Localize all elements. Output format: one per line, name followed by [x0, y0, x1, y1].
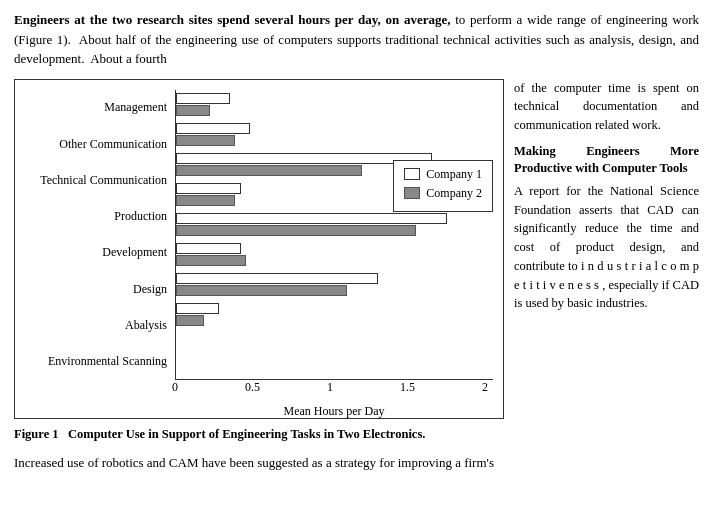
bar-company1-5 — [176, 243, 241, 254]
legend-item-company1: Company 1 — [404, 167, 482, 182]
bar-company2-0 — [176, 105, 210, 116]
x-tick-3: 1.5 — [400, 380, 415, 395]
legend-label-company2: Company 2 — [426, 186, 482, 201]
intro-bold: Engineers at the two research sites spen… — [14, 12, 450, 27]
bar-company1-3 — [176, 183, 241, 194]
bar-group-7 — [176, 301, 219, 329]
bar-company2-3 — [176, 195, 235, 206]
bar-company1-0 — [176, 93, 230, 104]
bar-row-5 — [176, 240, 493, 270]
bar-company2-1 — [176, 135, 235, 146]
legend-label-company1: Company 1 — [426, 167, 482, 182]
y-label-2: Technical Communication — [25, 165, 167, 195]
chart-container: ManagementOther CommunicationTechnical C… — [14, 79, 504, 419]
y-label-5: Design — [25, 274, 167, 304]
figure-label: Figure 1 — [14, 427, 59, 441]
left-column: ManagementOther CommunicationTechnical C… — [14, 79, 504, 444]
y-label-7: Environmental Scanning — [25, 346, 167, 376]
section-heading: Making Engineers More Productive with Co… — [514, 143, 699, 178]
bar-group-5 — [176, 241, 246, 269]
figure-caption: Figure 1 Computer Use in Support of Engi… — [14, 425, 504, 444]
legend-item-company2: Company 2 — [404, 186, 482, 201]
chart-legend: Company 1 Company 2 — [393, 160, 493, 212]
y-label-1: Other Communication — [25, 129, 167, 159]
bar-row-7 — [176, 300, 493, 330]
right-body-text: A report for the National Science Founda… — [514, 182, 699, 313]
x-tick-2: 1 — [327, 380, 333, 395]
main-content: ManagementOther CommunicationTechnical C… — [14, 79, 699, 444]
bar-company2-2 — [176, 165, 362, 176]
legend-color-company2 — [404, 187, 420, 199]
right-column: of the computer time is spent on technic… — [514, 79, 699, 444]
y-label-0: Management — [25, 93, 167, 123]
legend-color-company1 — [404, 168, 420, 180]
x-tick-0: 0 — [172, 380, 178, 395]
bar-row-6 — [176, 270, 493, 300]
bar-company2-7 — [176, 315, 204, 326]
x-ticks: 00.511.52 — [175, 380, 493, 398]
bar-company1-1 — [176, 123, 250, 134]
bar-company2-6 — [176, 285, 347, 296]
bar-company1-7 — [176, 303, 219, 314]
bar-row-4 — [176, 210, 493, 240]
bar-row-1 — [176, 120, 493, 150]
y-label-6: Abalysis — [25, 310, 167, 340]
intro-paragraph: Engineers at the two research sites spen… — [14, 10, 699, 69]
y-axis-labels: ManagementOther CommunicationTechnical C… — [25, 90, 175, 380]
chart-area: ManagementOther CommunicationTechnical C… — [25, 90, 493, 380]
bar-row-0 — [176, 90, 493, 120]
figure-caption-text: Computer Use in Support of Engineering T… — [68, 427, 425, 441]
bottom-paragraph: Increased use of robotics and CAM have b… — [14, 453, 699, 473]
x-tick-1: 0.5 — [245, 380, 260, 395]
bar-company1-4 — [176, 213, 447, 224]
x-axis-label: Mean Hours per Day — [175, 404, 493, 419]
y-label-3: Production — [25, 201, 167, 231]
bar-company1-6 — [176, 273, 378, 284]
y-label-4: Development — [25, 238, 167, 268]
bar-company2-5 — [176, 255, 246, 266]
bar-group-6 — [176, 271, 378, 299]
right-top-text: of the computer time is spent on technic… — [514, 79, 699, 135]
x-tick-4: 2 — [482, 380, 488, 395]
bar-group-0 — [176, 91, 230, 119]
bar-group-4 — [176, 211, 447, 239]
bar-group-3 — [176, 181, 241, 209]
bar-group-1 — [176, 121, 250, 149]
bar-company2-4 — [176, 225, 416, 236]
bars-area — [175, 90, 493, 380]
